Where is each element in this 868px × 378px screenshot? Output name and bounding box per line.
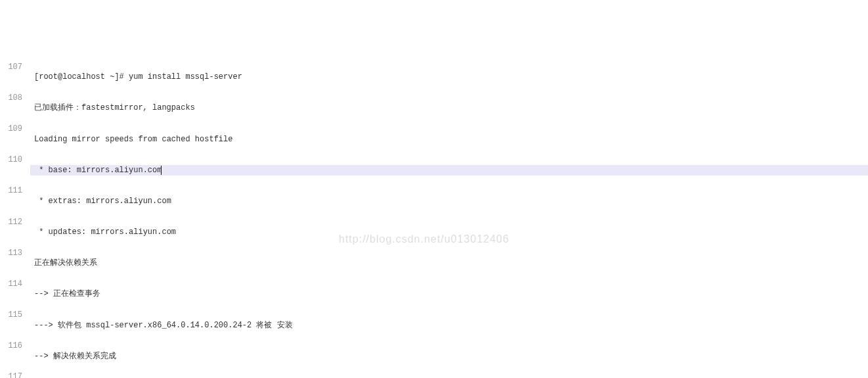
code-line: * extras: mirrors.aliyun.com [30, 196, 868, 206]
code-line: [root@localhost ~]# yum install mssql-se… [30, 72, 868, 82]
line-number-gutter: 107 108 109 110 111 112 113 114 115 116 … [0, 41, 30, 378]
line-number: 109 [0, 124, 22, 134]
line-number: 110 [0, 154, 22, 165]
line-number: 111 [0, 185, 22, 196]
code-line: --> 解决依赖关系完成 [30, 351, 868, 362]
text-cursor [161, 166, 162, 175]
code-line: ---> 软件包 mssql-server.x86_64.0.14.0.200.… [30, 320, 868, 331]
line-number: 112 [0, 217, 22, 227]
line-number: 108 [0, 93, 22, 103]
code-line-current: * base: mirrors.aliyun.com [30, 165, 868, 176]
code-line: * updates: mirrors.aliyun.com [30, 227, 868, 237]
line-number: 117 [0, 371, 22, 378]
code-editor: 107 108 109 110 111 112 113 114 115 116 … [0, 41, 868, 378]
line-number: 107 [0, 62, 22, 72]
code-line: 已加载插件：fastestmirror, langpacks [30, 103, 868, 113]
line-number: 116 [0, 341, 22, 351]
line-number: 114 [0, 279, 22, 289]
code-content[interactable]: http://blog.csdn.net/u013012406 [root@lo… [30, 41, 868, 378]
line-number: 115 [0, 310, 22, 320]
code-line: Loading mirror speeds from cached hostfi… [30, 134, 868, 145]
code-line: --> 正在检查事务 [30, 289, 868, 299]
line-text: * base: mirrors.aliyun.com [34, 166, 162, 175]
code-line: 正在解决依赖关系 [30, 258, 868, 268]
line-number: 113 [0, 248, 22, 258]
